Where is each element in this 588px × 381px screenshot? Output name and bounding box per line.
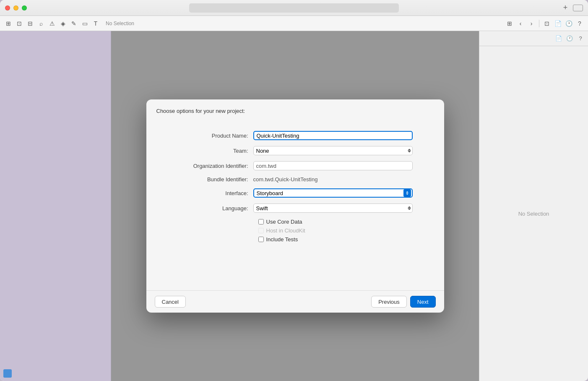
org-identifier-input[interactable]: [253, 161, 413, 170]
use-core-data-row: Use Core Data: [178, 219, 413, 225]
title-bar-right: +: [561, 4, 583, 12]
use-core-data-label[interactable]: Use Core Data: [266, 219, 302, 225]
file-inspector-icon[interactable]: 📄: [554, 19, 562, 28]
file-icon[interactable]: ⊡: [15, 19, 23, 28]
main-content: Choose options for your new project: Pro…: [0, 31, 588, 381]
inspector-panel-icon[interactable]: ⊡: [543, 19, 551, 28]
new-project-modal: Choose options for your new project: Pro…: [146, 99, 444, 313]
use-core-data-checkbox[interactable]: [258, 219, 264, 224]
marker-icon[interactable]: ◈: [59, 19, 67, 28]
interface-label: Interface:: [178, 190, 253, 196]
team-label: Team:: [178, 148, 253, 154]
interface-select-wrapper: Storyboard SwiftUI: [253, 188, 413, 198]
minimize-button[interactable]: [13, 5, 18, 10]
text-icon[interactable]: T: [91, 19, 100, 28]
org-identifier-label: Organization Identifier:: [178, 163, 253, 169]
toolbar-right: ⊞ ‹ ›: [505, 19, 536, 28]
forward-icon[interactable]: ›: [527, 19, 536, 28]
file-inspector-panel-icon[interactable]: 📄: [554, 34, 563, 43]
shape-icon[interactable]: ▭: [81, 19, 89, 28]
team-row: Team: None: [178, 146, 413, 155]
language-select[interactable]: Swift Objective-C: [253, 204, 413, 213]
modal-footer: Cancel Previous Next: [146, 290, 444, 313]
form-area: Product Name: Team:: [156, 123, 434, 253]
include-tests-row: Include Tests: [178, 236, 413, 243]
group-icon[interactable]: ⊟: [26, 19, 34, 28]
center-area: Choose options for your new project: Pro…: [111, 31, 479, 381]
pen-icon[interactable]: ✎: [70, 19, 78, 28]
interface-select[interactable]: Storyboard SwiftUI: [253, 188, 413, 198]
product-name-field: [253, 131, 413, 140]
main-window: + ⊞ ⊡ ⊟ ⌕ ⚠ ◈ ✎ ▭ T No Selection ⊞ ‹ › ⊡…: [0, 0, 588, 381]
help-icon[interactable]: ?: [575, 19, 584, 28]
next-button[interactable]: Next: [410, 296, 436, 308]
team-select[interactable]: None: [253, 146, 413, 155]
product-name-input[interactable]: [253, 131, 413, 140]
right-panel: 📄 🕐 ? No Selection: [479, 31, 588, 381]
title-bar: +: [0, 0, 588, 16]
previous-button[interactable]: Previous: [371, 296, 407, 308]
language-label: Language:: [178, 205, 253, 211]
grid-icon[interactable]: ⊞: [505, 19, 514, 28]
right-panel-toolbar: 📄 🕐 ?: [479, 31, 588, 46]
include-tests-checkbox[interactable]: [258, 237, 264, 242]
team-select-wrapper: None: [253, 146, 413, 155]
team-field: None: [253, 146, 413, 155]
search-bar[interactable]: [189, 3, 399, 13]
title-bar-center: [27, 3, 561, 13]
right-toolbar-icons: 📄 🕐 ?: [554, 19, 584, 28]
include-tests-label[interactable]: Include Tests: [266, 236, 298, 243]
toolbar: ⊞ ⊡ ⊟ ⌕ ⚠ ◈ ✎ ▭ T No Selection ⊞ ‹ › ⊡ 📄…: [0, 16, 588, 31]
org-identifier-field: [253, 161, 413, 170]
add-button[interactable]: +: [561, 4, 570, 12]
interface-row: Interface: Storyboard SwiftUI: [178, 188, 413, 198]
bundle-identifier-label: Bundle Identifier:: [178, 176, 253, 183]
footer-nav: Previous Next: [186, 296, 436, 308]
sidebar: [0, 31, 111, 381]
inspector-icons: ⊡: [543, 19, 551, 28]
no-selection-label: No Selection: [106, 21, 134, 26]
host-cloudkit-checkbox[interactable]: [258, 228, 264, 233]
org-identifier-row: Organization Identifier:: [178, 161, 413, 170]
bundle-identifier-row: Bundle Identifier: com.twd.Quick-UnitTes…: [178, 176, 413, 183]
history-panel-icon[interactable]: 🕐: [565, 34, 574, 43]
sidebar-bottom-icon: [3, 369, 12, 378]
product-name-row: Product Name:: [178, 131, 413, 140]
modal-header: Choose options for your new project:: [146, 99, 444, 114]
language-row: Language: Swift Objective-C: [178, 204, 413, 213]
right-panel-no-selection: No Selection: [518, 211, 549, 217]
modal-title: Choose options for your new project:: [156, 108, 245, 114]
cancel-button[interactable]: Cancel: [155, 296, 186, 308]
back-icon[interactable]: ‹: [516, 19, 525, 28]
language-field: Swift Objective-C: [253, 204, 413, 213]
language-select-wrapper: Swift Objective-C: [253, 204, 413, 213]
bundle-identifier-field: com.twd.Quick-UnitTesting: [253, 176, 413, 183]
bundle-identifier-value: com.twd.Quick-UnitTesting: [253, 175, 318, 183]
interface-field: Storyboard SwiftUI: [253, 188, 413, 198]
product-name-label: Product Name:: [178, 133, 253, 139]
modal-overlay: Choose options for your new project: Pro…: [111, 31, 479, 381]
folder-icon[interactable]: ⊞: [4, 19, 13, 28]
warning-icon[interactable]: ⚠: [48, 19, 56, 28]
maximize-button[interactable]: [22, 5, 27, 10]
layout-button[interactable]: [573, 5, 583, 11]
host-cloudkit-label: Host in CloudKit: [266, 227, 305, 234]
search-icon[interactable]: ⌕: [37, 19, 45, 28]
help-panel-icon[interactable]: ?: [576, 34, 585, 43]
history-icon[interactable]: 🕐: [565, 19, 573, 28]
footer-cancel: Cancel: [155, 296, 186, 308]
close-button[interactable]: [5, 5, 10, 10]
traffic-lights: [5, 5, 27, 10]
right-panel-content: No Selection: [479, 46, 588, 381]
modal-body: Product Name: Team:: [146, 114, 444, 290]
host-cloudkit-row: Host in CloudKit: [178, 227, 413, 234]
